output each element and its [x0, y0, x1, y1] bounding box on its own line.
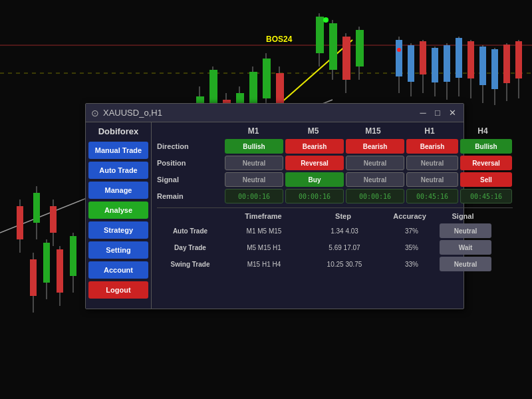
- direction-m15: Bearish: [346, 139, 404, 154]
- swing-trade-timeframe: M15 H1 H4: [224, 261, 304, 268]
- remain-m1: 00:00:16: [225, 189, 283, 203]
- auto-trade-label: Auto Trade: [157, 227, 223, 235]
- svg-rect-57: [43, 243, 50, 283]
- day-trade-row: Day Trade M5 M15 H1 5.69 17.07 35% Wait: [157, 240, 513, 255]
- position-h1: Neutral: [406, 156, 458, 170]
- day-trade-timeframe: M5 M15 H1: [224, 244, 304, 251]
- svg-rect-31: [356, 30, 364, 66]
- manage-button[interactable]: Manage: [88, 182, 148, 199]
- svg-rect-55: [30, 259, 37, 296]
- col-m15: M15: [343, 126, 403, 136]
- col-h4: H4: [456, 126, 509, 136]
- position-m15: Neutral: [346, 156, 404, 170]
- analyse-button[interactable]: Analyse: [88, 201, 148, 219]
- day-trade-accuracy: 35%: [385, 244, 438, 251]
- day-trade-label: Day Trade: [157, 244, 223, 251]
- signal-m1: Neutral: [225, 172, 283, 187]
- bos-label: BOS24: [266, 35, 293, 44]
- position-m1: Neutral: [225, 156, 283, 170]
- header-row: M1 M5 M15 H1 H4: [157, 126, 513, 136]
- sidebar: Dobiforex Manual Trade Auto Trade Manage…: [86, 122, 152, 309]
- bottom-header: Timeframe Step Accuracy Signal: [157, 212, 513, 220]
- swing-trade-step: 10.25 30.75: [305, 261, 384, 268]
- svg-point-62: [323, 17, 329, 23]
- svg-rect-21: [263, 59, 271, 98]
- auto-trade-accuracy: 37%: [385, 227, 438, 235]
- close-button[interactable]: ✕: [446, 108, 458, 118]
- day-trade-signal: Wait: [440, 240, 491, 255]
- dialog-title: XAUUSD_o,H1: [103, 108, 162, 118]
- section-separator: [157, 207, 513, 208]
- col-h1: H1: [403, 126, 456, 136]
- svg-rect-41: [444, 45, 450, 82]
- remain-m5: 00:00:16: [285, 189, 344, 203]
- remain-row: Remain 00:00:16 00:00:16 00:00:16 00:45:…: [157, 189, 513, 203]
- svg-rect-29: [342, 37, 350, 80]
- dialog-window: ⊙ XAUUSD_o,H1 ─ □ ✕ Dobiforex Manual Tra…: [85, 103, 464, 309]
- signal-h4: Sell: [460, 172, 512, 187]
- bottom-col-timeframe: Timeframe: [223, 212, 303, 220]
- svg-rect-51: [503, 45, 510, 83]
- position-label: Position: [157, 159, 223, 167]
- svg-rect-35: [408, 45, 414, 82]
- bottom-col-step: Step: [303, 212, 383, 220]
- remain-h4: 00:45:16: [460, 189, 512, 203]
- bottom-col-accuracy: Accuracy: [383, 212, 436, 220]
- auto-trade-button[interactable]: Auto Trade: [88, 162, 148, 179]
- svg-point-63: [397, 48, 401, 52]
- svg-rect-37: [420, 41, 426, 74]
- svg-rect-7: [33, 193, 40, 223]
- signal-m5: Buy: [285, 172, 344, 187]
- swing-trade-accuracy: 33%: [385, 261, 438, 268]
- swing-trade-row: Swing Trade M15 H1 H4 10.25 30.75 33% Ne…: [157, 257, 513, 271]
- col-m1: M1: [223, 126, 283, 136]
- svg-rect-43: [456, 38, 462, 78]
- svg-rect-5: [17, 206, 23, 239]
- account-button[interactable]: Account: [88, 261, 148, 279]
- svg-rect-39: [432, 48, 438, 82]
- svg-rect-49: [491, 49, 498, 89]
- auto-trade-step: 1.34 4.03: [305, 227, 384, 235]
- svg-rect-59: [57, 249, 63, 293]
- signal-m15: Neutral: [346, 172, 404, 187]
- remain-label: Remain: [157, 192, 223, 200]
- auto-trade-signal: Neutral: [440, 223, 491, 238]
- dialog-body: Dobiforex Manual Trade Auto Trade Manage…: [86, 122, 464, 309]
- svg-rect-53: [515, 41, 522, 78]
- minimize-button[interactable]: ─: [417, 108, 429, 118]
- direction-m1: Bullish: [225, 139, 283, 154]
- bottom-col-signal: Signal: [436, 212, 489, 220]
- sidebar-brand: Dobiforex: [98, 126, 139, 136]
- maximize-button[interactable]: □: [432, 108, 444, 118]
- signal-row: Signal Neutral Buy Neutral Neutral Sell: [157, 172, 513, 187]
- svg-rect-33: [396, 40, 402, 76]
- remain-m15: 00:00:16: [346, 189, 404, 203]
- logout-button[interactable]: Logout: [88, 281, 148, 299]
- remain-h1: 00:45:16: [406, 189, 458, 203]
- direction-m5: Bearish: [285, 139, 344, 154]
- auto-trade-row: Auto Trade M1 M5 M15 1.34 4.03 37% Neutr…: [157, 223, 513, 238]
- svg-rect-45: [467, 41, 474, 78]
- strategy-button[interactable]: Strategy: [88, 221, 148, 239]
- signal-h1: Neutral: [406, 172, 458, 187]
- day-trade-step: 5.69 17.07: [305, 244, 384, 251]
- manual-trade-button[interactable]: Manual Trade: [88, 142, 148, 159]
- direction-label: Direction: [157, 142, 223, 150]
- swing-trade-signal: Neutral: [440, 257, 491, 271]
- svg-rect-27: [329, 23, 337, 70]
- col-m5: M5: [283, 126, 343, 136]
- svg-rect-47: [479, 47, 486, 85]
- signal-label: Signal: [157, 176, 223, 184]
- direction-row: Direction Bullish Bearish Bearish Bearis…: [157, 139, 513, 154]
- dialog-title-left: ⊙ XAUUSD_o,H1: [91, 108, 162, 118]
- position-row: Position Neutral Reversal Neutral Neutra…: [157, 156, 513, 170]
- svg-rect-25: [316, 17, 324, 53]
- position-m5: Reversal: [285, 156, 344, 170]
- svg-rect-61: [70, 236, 76, 276]
- direction-h4: Bullish: [460, 139, 512, 154]
- swing-trade-label: Swing Trade: [157, 261, 223, 268]
- main-content: M1 M5 M15 H1 H4 Direction Bullish Bearis…: [152, 122, 518, 309]
- setting-button[interactable]: Setting: [88, 241, 148, 259]
- dialog-controls: ─ □ ✕: [417, 108, 458, 118]
- direction-h1: Bearish: [406, 139, 458, 154]
